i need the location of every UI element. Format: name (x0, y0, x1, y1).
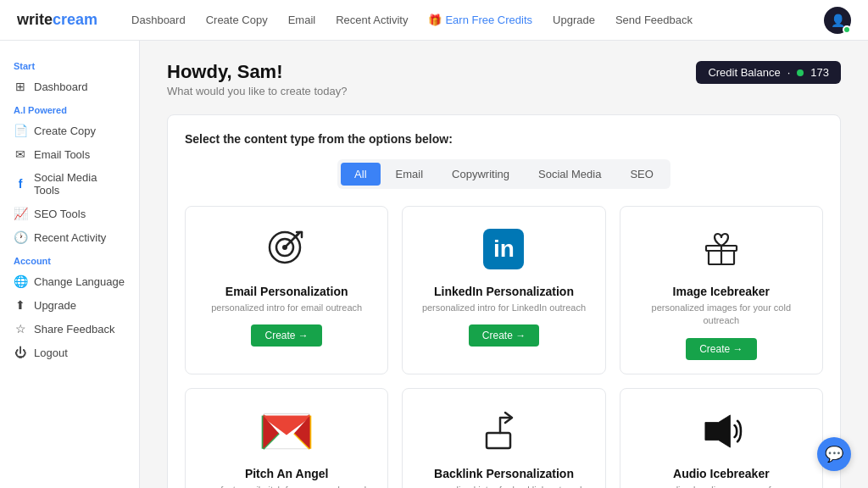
main-layout: Start ⊞ Dashboard A.I Powered 📄 Create C… (0, 41, 868, 488)
sidebar-item-logout[interactable]: ⏻ Logout (0, 341, 139, 364)
gmail-icon (261, 406, 312, 457)
tab-email[interactable]: Email (382, 163, 437, 186)
logo-part1: write (17, 11, 53, 28)
linkedin-icon: in (478, 224, 529, 274)
svg-rect-11 (487, 433, 510, 448)
content-panel: Select the content type from the options… (167, 114, 841, 488)
logo-part2: cream (53, 11, 97, 28)
doc-icon: 📄 (14, 124, 27, 137)
card-linkedin-personalization-create-btn[interactable]: Create → (469, 324, 539, 347)
online-indicator (843, 25, 851, 34)
credit-label: Credit Balance (708, 66, 780, 79)
card-pitch-an-angel-desc: perfect email pitch for your seed round (207, 484, 366, 488)
sidebar-item-create-copy[interactable]: 📄 Create Copy (0, 119, 139, 142)
card-email-personalization: Email Personalization personalized intro… (185, 206, 388, 374)
card-audio-icebreaker-title: Audio Icebreaker (673, 467, 770, 480)
target-icon (261, 224, 312, 274)
card-email-personalization-create-btn[interactable]: Create → (251, 324, 321, 347)
sidebar-item-email-tools[interactable]: ✉ Email Tools (0, 142, 139, 166)
nav-upgrade[interactable]: Upgrade (553, 14, 595, 26)
chat-icon: 💬 (825, 445, 843, 463)
sidebar-item-dashboard[interactable]: ⊞ Dashboard (0, 75, 139, 98)
credit-separator: · (787, 66, 791, 79)
greeting-row: Howdy, Sam! What would you like to creat… (167, 61, 841, 97)
svg-line-6 (285, 234, 298, 247)
card-backlink-personalization-desc: personalized intro for backlink outreach (423, 484, 585, 488)
card-backlink-personalization-title: Backlink Personalization (434, 467, 574, 480)
email-icon: ✉ (14, 147, 27, 161)
sidebar-section-start: Start (0, 54, 139, 75)
sidebar-item-upgrade[interactable]: ⬆ Upgrade (0, 293, 139, 317)
share-icon (478, 406, 529, 457)
nav-earn-credits[interactable]: 🎁 Earn Free Credits (428, 14, 532, 26)
sidebar-item-share-feedback[interactable]: ☆ Share Feedback (0, 317, 139, 341)
star-icon: ☆ (14, 322, 27, 336)
tab-all[interactable]: All (341, 163, 380, 186)
top-navigation: writecream Dashboard Create Copy Email R… (0, 0, 868, 41)
tab-social-media[interactable]: Social Media (525, 163, 615, 186)
card-image-icebreaker-desc: personalized images for your cold outrea… (634, 302, 809, 328)
credit-balance-badge: Credit Balance · 173 (696, 61, 841, 84)
trend-icon: 📈 (14, 207, 27, 220)
nav-send-feedback[interactable]: Send Feedback (615, 14, 693, 26)
facebook-icon: f (14, 177, 27, 191)
card-pitch-an-angel: Pitch An Angel perfect email pitch for y… (185, 388, 388, 488)
credit-dot (797, 69, 804, 76)
card-image-icebreaker-create-btn[interactable]: Create → (686, 338, 756, 360)
card-linkedin-personalization-title: LinkedIn Personalization (434, 285, 574, 298)
greeting: Howdy, Sam! What would you like to creat… (167, 61, 347, 97)
card-audio-icebreaker-desc: personalized audio messages for your col… (634, 484, 809, 488)
credit-value: 173 (810, 66, 829, 79)
card-linkedin-personalization: in LinkedIn Personalization personalized… (402, 206, 605, 374)
filter-tabs: All Email Copywriting Social Media SEO (337, 159, 670, 189)
clock-icon: 🕐 (14, 230, 27, 244)
card-image-icebreaker: Image Icebreaker personalized images for… (620, 206, 823, 374)
main-content: Howdy, Sam! What would you like to creat… (140, 41, 868, 488)
nav-create-copy[interactable]: Create Copy (206, 14, 268, 26)
greeting-title: Howdy, Sam! (167, 61, 347, 83)
power-icon: ⏻ (14, 346, 27, 359)
audio-icon (696, 406, 747, 457)
dashboard-icon: ⊞ (14, 80, 27, 93)
sidebar-section-account: Account (0, 249, 139, 269)
greeting-subtitle: What would you like to create today? (167, 85, 347, 97)
nav-recent-activity[interactable]: Recent Activity (336, 14, 408, 26)
card-email-personalization-title: Email Personalization (225, 285, 348, 298)
card-backlink-personalization: Backlink Personalization personalized in… (402, 388, 605, 488)
tab-seo[interactable]: SEO (616, 163, 666, 186)
sidebar-item-social-media-tools[interactable]: f Social Media Tools (0, 166, 139, 202)
card-email-personalization-desc: personalized intro for email outreach (211, 302, 362, 314)
sidebar-item-recent-activity[interactable]: 🕐 Recent Activity (0, 225, 139, 249)
cards-grid: Email Personalization personalized intro… (185, 206, 823, 488)
nav-dashboard[interactable]: Dashboard (131, 14, 186, 26)
avatar[interactable]: 👤 (824, 7, 851, 34)
globe-icon: 🌐 (14, 274, 27, 288)
svg-marker-12 (705, 415, 730, 447)
nav-email[interactable]: Email (288, 14, 316, 26)
logo[interactable]: writecream (17, 11, 97, 29)
card-pitch-an-angel-title: Pitch An Angel (245, 467, 329, 480)
gift-nav-icon: 🎁 (428, 14, 442, 26)
upgrade-icon: ⬆ (14, 298, 27, 312)
sidebar: Start ⊞ Dashboard A.I Powered 📄 Create C… (0, 41, 140, 488)
sidebar-item-change-language[interactable]: 🌐 Change Language (0, 269, 139, 293)
nav-right: 👤 (824, 7, 851, 34)
chat-support-button[interactable]: 💬 (817, 437, 851, 471)
sidebar-item-seo-tools[interactable]: 📈 SEO Tools (0, 202, 139, 225)
gift-icon (696, 224, 747, 274)
card-linkedin-personalization-desc: personalized intro for LinkedIn outreach (422, 302, 586, 314)
card-image-icebreaker-title: Image Icebreaker (673, 285, 770, 298)
card-audio-icebreaker: Audio Icebreaker personalized audio mess… (620, 388, 823, 488)
panel-title: Select the content type from the options… (185, 132, 823, 146)
sidebar-section-ai: A.I Powered (0, 98, 139, 119)
tab-copywriting[interactable]: Copywriting (438, 163, 523, 186)
